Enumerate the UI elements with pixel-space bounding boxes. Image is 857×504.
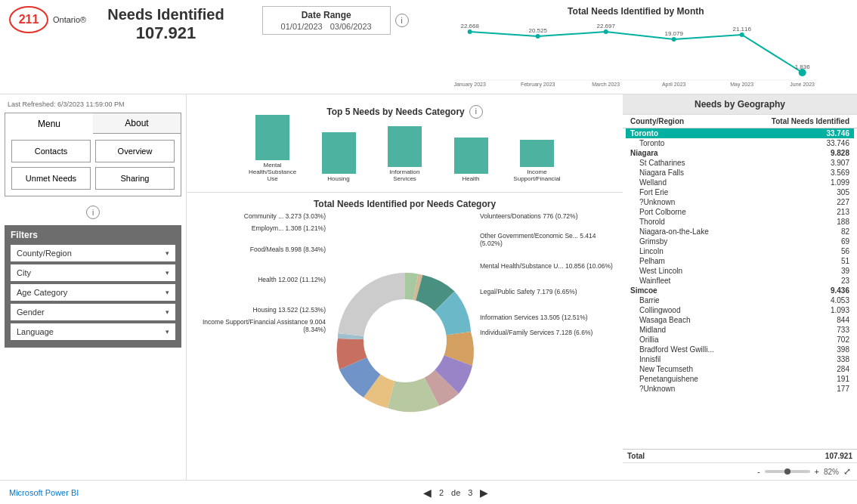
needs-section: Needs Identified 107.921 (107, 6, 224, 43)
geo-row-wainfleet: Wainfleet 23 (626, 276, 854, 286)
last-refreshed: Last Refreshed: 6/3/2023 11:59:00 PM (5, 99, 181, 110)
geo-header: Needs by Geography (623, 94, 857, 115)
content-area: Last Refreshed: 6/3/2023 11:59:00 PM Men… (0, 94, 857, 480)
label-info-services: Information Services 13.505 (12.51%) (480, 314, 617, 321)
geo-row-collingwood: Collingwood 1.093 (626, 305, 854, 315)
menu-tab[interactable]: Menu (5, 113, 93, 134)
filter-city-label: City (17, 268, 31, 277)
needs-number: 107.921 (107, 23, 224, 43)
date-to: 03/06/2023 (330, 22, 372, 31)
overview-button[interactable]: Overview (95, 140, 175, 162)
geo-row-thorold: Thorold 188 (626, 217, 854, 227)
svg-point-2 (535, 34, 540, 39)
filter-county-region[interactable]: County/Region ▾ (11, 245, 175, 261)
bar-2 (322, 132, 356, 174)
top5-section: Top 5 Needs by Needs Category i Mental H… (187, 94, 623, 193)
sidebar-info: i (5, 206, 181, 219)
geo-row-toronto: Toronto 33.746 (626, 138, 854, 148)
geo-row-niagaraonthelake: Niagara-on-the-Lake 82 (626, 227, 854, 237)
label-legal: Legal/Public Safety 7.179 (6.65%) (480, 288, 617, 295)
bar-label-2: Housing (327, 175, 349, 182)
footer: Microsoft Power BI ◀ 2 de 3 ▶ (0, 480, 857, 504)
svg-text:22.668: 22.668 (460, 23, 479, 29)
zoom-slider[interactable] (765, 470, 810, 473)
bar-4 (454, 138, 488, 174)
filter-gender-chevron: ▾ (166, 308, 169, 316)
header: 211 Ontario® Needs Identified 107.921 Da… (0, 0, 857, 94)
svg-point-19 (364, 299, 447, 382)
sidebar-info-icon[interactable]: i (86, 206, 100, 219)
donut-labels-right: Volunteers/Donations 776 (0.72%) Other G… (477, 212, 617, 336)
date-range-info-icon[interactable]: i (395, 14, 409, 27)
svg-text:June 2023: June 2023 (790, 82, 815, 87)
bar-label-1: Mental Health/Substance Use (246, 162, 299, 182)
geo-row-newtecumseth: New Tecumseth 284 (626, 364, 854, 374)
filter-language[interactable]: Language ▾ (11, 323, 175, 340)
svg-text:April 2023: April 2023 (662, 82, 686, 88)
donut-section: Total Needs Identified por Needs Categor… (187, 193, 623, 480)
geo-row-pelham: Pelham 51 (626, 256, 854, 266)
geo-total-value: 107.921 (792, 452, 852, 460)
filter-city[interactable]: City ▾ (11, 264, 175, 281)
geo-row-midland: Midland 733 (626, 325, 854, 335)
menu-buttons: Contacts Overview Unmet Needs Sharing (5, 134, 181, 196)
svg-text:May 2023: May 2023 (730, 82, 753, 88)
zoom-plus[interactable]: + (815, 467, 819, 476)
label-mental: Mental Health/Substance U... 10.856 (10.… (480, 262, 617, 270)
footer-nav: ◀ 2 de 3 ▶ (423, 487, 489, 499)
filters-section: Filters County/Region ▾ City ▾ Age Categ… (5, 225, 181, 348)
logo-211: 211 (9, 6, 48, 33)
label-community: Community ... 3.273 (3.03%) (193, 212, 326, 220)
footer-brand[interactable]: Microsoft Power BI (9, 488, 79, 497)
about-tab[interactable]: About (93, 113, 181, 134)
filter-age-category-chevron: ▾ (166, 289, 169, 296)
bar-label-5: Income Support/Financial (511, 169, 564, 182)
top5-title: Top 5 Needs by Needs Category (326, 107, 465, 117)
donut-container: Community ... 3.273 (3.03%) Employm... 1… (193, 212, 617, 469)
geo-row-toronto-group: Toronto 33.746 (626, 128, 854, 138)
date-range-box: Date Range 01/01/2023 03/06/2023 (262, 6, 391, 35)
geo-col1-header: County/Region (630, 117, 751, 125)
page-next-button[interactable]: ▶ (480, 487, 488, 499)
filter-language-chevron: ▾ (166, 328, 169, 335)
contacts-button[interactable]: Contacts (11, 140, 91, 162)
geo-table-body[interactable]: Toronto 33.746 Toronto 33.746 Niagara 9.… (623, 128, 857, 449)
donut-svg (322, 258, 488, 424)
date-range-label: Date Range (302, 10, 351, 20)
geo-row-forterie: Fort Erie 305 (626, 187, 854, 197)
filter-age-category[interactable]: Age Category ▾ (11, 284, 175, 301)
donut-title: Total Needs Identified por Needs Categor… (193, 199, 617, 209)
page-total: 3 (468, 488, 472, 497)
unmet-needs-button[interactable]: Unmet Needs (11, 167, 91, 190)
geo-row-grimsby: Grimsby 69 (626, 237, 854, 246)
geo-row-welland: Welland 1.099 (626, 178, 854, 187)
geo-section: Needs by Geography County/Region Total N… (623, 94, 857, 480)
svg-text:1.836: 1.836 (794, 63, 810, 70)
top5-info-icon[interactable]: i (469, 105, 483, 119)
top5-header: Top 5 Needs by Needs Category i (326, 105, 483, 119)
page-prev-button[interactable]: ◀ (423, 487, 432, 499)
geo-row-wasagabeach: Wasaga Beach 844 (626, 315, 854, 325)
sharing-button[interactable]: Sharing (95, 167, 175, 190)
line-chart-svg: 22.668 20.525 22.697 19.079 21.116 1.836… (424, 20, 848, 88)
bar-label-4: Health (462, 175, 479, 182)
needs-title: Needs Identified (107, 6, 224, 23)
label-employm: Employm... 1.308 (1.21%) (193, 224, 326, 232)
geo-total-label: Total (627, 452, 792, 460)
geo-row-orillia: Orillia 702 (626, 335, 854, 345)
svg-text:January 2023: January 2023 (453, 82, 486, 88)
geo-row-simcoe-group: Simcoe 9.436 (626, 286, 854, 295)
menu-about-tabs: Menu About (5, 113, 181, 134)
label-income: Income Support/Financial Assistance 9.00… (193, 318, 326, 333)
page-separator: de (451, 488, 460, 497)
filter-gender[interactable]: Gender ▾ (11, 304, 175, 320)
geo-row-bradford: Bradford West Gwilli... 398 (626, 345, 854, 354)
svg-text:March 2023: March 2023 (592, 82, 620, 87)
filter-city-chevron: ▾ (166, 269, 169, 277)
bar-item-4: Health (454, 138, 488, 182)
page-current: 2 (439, 488, 444, 497)
fullscreen-icon[interactable]: ⤢ (843, 466, 851, 477)
sidebar: Last Refreshed: 6/3/2023 11:59:00 PM Men… (0, 94, 187, 480)
label-food: Food/Meals 8.998 (8.34%) (193, 246, 326, 253)
zoom-minus[interactable]: - (757, 467, 760, 476)
